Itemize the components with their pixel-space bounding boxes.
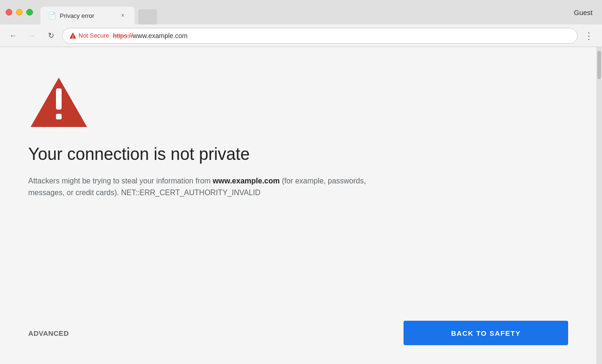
advanced-button[interactable]: ADVANCED	[28, 329, 69, 337]
minimize-button[interactable]	[16, 9, 23, 16]
tab-page-icon: 📄	[48, 12, 56, 19]
description-domain: www.example.com	[213, 177, 280, 185]
guest-label: Guest	[574, 8, 596, 16]
reload-button[interactable]: ↻	[43, 28, 58, 43]
not-secure-label: Not Secure	[79, 32, 109, 39]
url-https: https://	[113, 32, 133, 40]
address-bar[interactable]: ! Not Secure https://www.example.com	[62, 28, 578, 44]
browser-body: Your connection is not private Attackers…	[0, 47, 602, 364]
new-tab-area	[138, 9, 157, 24]
error-icon	[28, 75, 568, 129]
warning-triangle-svg	[28, 75, 89, 129]
svg-rect-4	[56, 114, 62, 119]
back-to-safety-button[interactable]: BACK TO SAFETY	[404, 321, 568, 345]
browser-menu-button[interactable]: ⋮	[581, 28, 596, 43]
url-display: https://www.example.com	[113, 32, 188, 40]
error-code: NET::ERR_CERT_AUTHORITY_INVALID	[121, 189, 260, 197]
close-button[interactable]	[6, 9, 12, 16]
error-heading: Your connection is not private	[28, 143, 568, 166]
back-button[interactable]: ←	[6, 28, 21, 43]
error-page: Your connection is not private Attackers…	[0, 47, 596, 364]
forward-button[interactable]: →	[24, 28, 40, 43]
scrollbar-thumb[interactable]	[597, 51, 601, 79]
scrollbar[interactable]	[596, 47, 602, 364]
svg-rect-3	[56, 88, 62, 110]
maximize-button[interactable]	[26, 9, 33, 16]
title-bar: 📄 Privacy error × Guest	[0, 0, 602, 24]
url-domain: www.example.com	[133, 32, 188, 40]
svg-text:!: !	[72, 34, 74, 39]
description-prefix: Attackers might be trying to steal your …	[28, 177, 213, 185]
not-secure-badge: ! Not Secure	[69, 32, 109, 40]
action-area: ADVANCED BACK TO SAFETY	[28, 311, 568, 345]
active-tab[interactable]: 📄 Privacy error ×	[40, 7, 135, 24]
tab-bar: 📄 Privacy error ×	[40, 0, 574, 24]
tab-title: Privacy error	[60, 12, 115, 19]
nav-bar: ← → ↻ ! Not Secure https://www.example.c…	[0, 24, 602, 47]
tab-close-button[interactable]: ×	[119, 11, 127, 20]
traffic-lights	[6, 9, 33, 16]
error-description: Attackers might be trying to steal your …	[28, 175, 386, 199]
warning-icon: !	[69, 32, 77, 40]
